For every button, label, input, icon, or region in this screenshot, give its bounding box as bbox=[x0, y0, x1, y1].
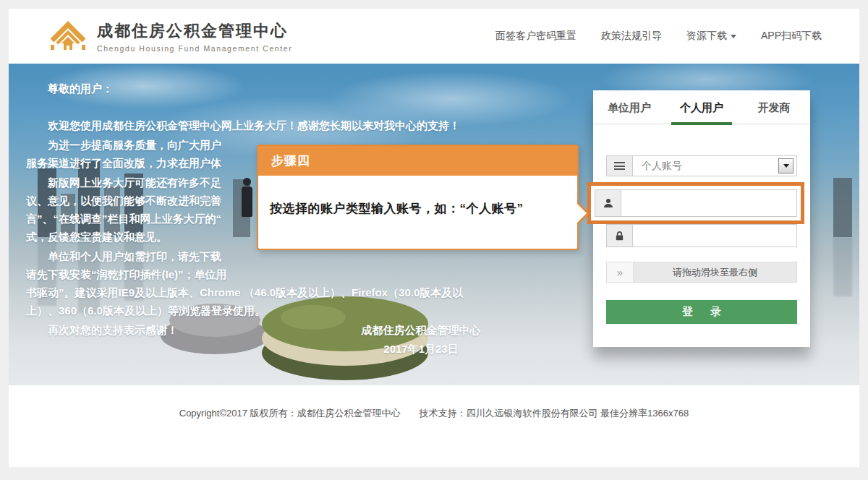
site-title: 成都住房公积金管理中心 bbox=[97, 20, 292, 42]
letter-line: 上）、360（6.0版本及以上）等浏览器登录使用。 bbox=[26, 301, 550, 320]
login-tabs: 单位用户 个人用户 开发商 bbox=[593, 90, 810, 124]
password-input[interactable] bbox=[633, 225, 796, 247]
signature-org: 成都住房公积金管理中心 bbox=[327, 321, 515, 340]
signature-date: 2017年1月23日 bbox=[327, 340, 515, 359]
page: 成都住房公积金管理中心 Chengdu Housing Fund Managem… bbox=[9, 9, 859, 467]
footer: Copyright©2017 版权所有：成都住房公积金管理中心技术支持：四川久远… bbox=[9, 385, 859, 467]
account-type-select[interactable]: 个人账号 bbox=[606, 155, 797, 176]
login-panel: 单位用户 个人用户 开发商 个人账号 bbox=[593, 90, 810, 347]
login-button[interactable]: 登 录 bbox=[606, 300, 797, 324]
menu-icon bbox=[607, 156, 633, 176]
tab-developer[interactable]: 开发商 bbox=[738, 90, 810, 124]
step-tooltip-title: 步骤四 bbox=[258, 146, 577, 176]
slider-instruction: 请拖动滑块至最右侧 bbox=[634, 262, 796, 282]
step-highlight-box bbox=[587, 182, 804, 224]
site-subtitle: Chengdu Housing Fund Management Center bbox=[97, 44, 292, 53]
footer-copyright: Copyright©2017 版权所有：成都住房公积金管理中心 bbox=[179, 408, 401, 419]
select-dropdown-button[interactable] bbox=[778, 158, 793, 173]
account-type-selected-value: 个人账号 bbox=[633, 156, 778, 176]
letter-greeting: 尊敬的用户： bbox=[26, 80, 550, 98]
tab-personal-user[interactable]: 个人用户 bbox=[665, 90, 738, 124]
captcha-slider: » 请拖动滑块至最右侧 bbox=[606, 262, 797, 283]
chevron-down-icon bbox=[783, 164, 789, 168]
chevron-down-icon bbox=[731, 35, 736, 38]
step-tooltip: 步骤四 按选择的账户类型输入账号，如：“个人账号” bbox=[257, 145, 579, 250]
nav-resource-download[interactable]: 资源下载 bbox=[686, 30, 736, 43]
lock-icon bbox=[607, 225, 633, 247]
footer-support: 技术支持：四川久远银海软件股份有限公司 最佳分辨率1366x768 bbox=[420, 408, 689, 419]
letter-line: 请先下载安装“润乾打印插件(Ie)”；单位用 bbox=[26, 265, 550, 283]
housing-fund-logo-icon bbox=[49, 18, 87, 54]
banner: 尊敬的用户： 欢迎您使用成都住房公积金管理中心网上业务大厅！感谢您长期以来对我中… bbox=[9, 64, 859, 385]
password-row bbox=[606, 224, 797, 247]
header: 成都住房公积金管理中心 Chengdu Housing Fund Managem… bbox=[9, 9, 859, 64]
brand: 成都住房公积金管理中心 Chengdu Housing Fund Managem… bbox=[49, 18, 292, 54]
slider-handle[interactable]: » bbox=[607, 262, 634, 282]
nav-app-download[interactable]: APP扫码下载 bbox=[761, 30, 822, 43]
user-icon bbox=[595, 190, 621, 216]
nav-reset-password[interactable]: 面签客户密码重置 bbox=[495, 30, 576, 43]
top-nav: 面签客户密码重置 政策法规引导 资源下载 APP扫码下载 bbox=[495, 30, 822, 43]
account-input[interactable] bbox=[621, 190, 796, 216]
letter-signature: 成都住房公积金管理中心 2017年1月23日 bbox=[327, 321, 515, 359]
letter-line: 欢迎您使用成都住房公积金管理中心网上业务大厅！感谢您长期以来对我中心的支持！ bbox=[26, 116, 550, 134]
step-tooltip-body: 按选择的账户类型输入账号，如：“个人账号” bbox=[258, 176, 577, 249]
tab-unit-user[interactable]: 单位用户 bbox=[593, 90, 665, 124]
nav-policy-guide[interactable]: 政策法规引导 bbox=[601, 30, 662, 43]
letter-line: 书驱动”。建议采用IE9及以上版本、Chrome （46.0版本及以上）、Fir… bbox=[26, 283, 550, 301]
